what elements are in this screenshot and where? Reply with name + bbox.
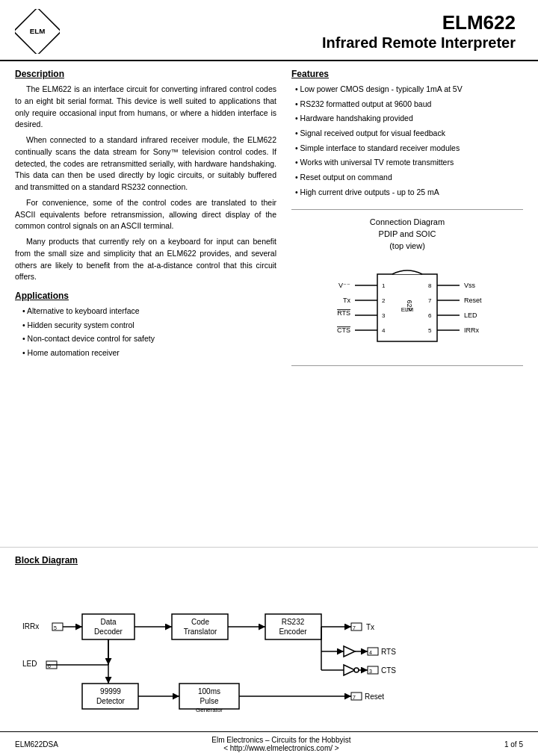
right-column: Features Low power CMOS design - typical… [291, 69, 523, 539]
svg-text:3: 3 [369, 669, 372, 674]
block-diagram-svg: IRRx 5 Data Decoder Code Translator RS23… [15, 573, 523, 722]
svg-text:4: 4 [382, 327, 386, 334]
connection-diagram: Connection Diagram PDIP and SOIC (top vi… [291, 209, 523, 366]
svg-text:3: 3 [382, 312, 386, 319]
svg-text:Tx: Tx [366, 623, 374, 631]
svg-text:Translator: Translator [184, 628, 217, 636]
footer-right: 1 of 5 [504, 740, 523, 749]
svg-text:Reset: Reset [464, 297, 482, 304]
svg-text:IRRx: IRRx [464, 326, 479, 334]
chip-subtitle: Infrared Remote Interpreter [322, 34, 516, 52]
header: ELM ELM622 Infrared Remote Interpreter [0, 0, 538, 61]
desc-p3: For convenience, some of the control cod… [15, 197, 276, 232]
svg-text:Code: Code [191, 618, 209, 626]
svg-text:Vss: Vss [464, 282, 476, 289]
svg-text:5: 5 [428, 327, 432, 334]
svg-marker-50 [344, 646, 355, 657]
conn-subtitle: PDIP and SOIC [295, 229, 519, 238]
desc-p4: Many products that currently rely on a k… [15, 236, 276, 283]
list-item: Simple interface to standard receiver mo… [295, 143, 523, 154]
ic-svg: 1 2 3 4 8 7 6 5 622 ELM V⁻⁻ Tx RTS [318, 259, 497, 356]
applications-section: Applications Alternative to keyboard int… [15, 291, 276, 359]
svg-text:Decoder: Decoder [94, 628, 123, 636]
model-number: ELM622 [322, 11, 516, 34]
svg-text:7: 7 [353, 625, 356, 630]
svg-text:ELM: ELM [30, 27, 46, 35]
list-item: RS232 formatted output at 9600 baud [295, 99, 523, 110]
list-item: Reset output on command [295, 172, 523, 183]
desc-p1: The ELM622 is an interface circuit for c… [15, 84, 276, 131]
svg-text:100ms: 100ms [198, 687, 220, 695]
svg-text:Detector: Detector [96, 697, 125, 705]
svg-text:Reset: Reset [365, 693, 384, 701]
svg-point-58 [354, 668, 359, 672]
list-item: Low power CMOS design - typically 1mA at… [295, 84, 523, 95]
desc-p2: When connected to a standard infrared re… [15, 134, 276, 193]
list-item: Home automation receiver [22, 347, 276, 359]
svg-text:CTS: CTS [337, 326, 350, 334]
applications-heading: Applications [15, 291, 276, 301]
features-heading: Features [291, 69, 523, 79]
list-item: Hardware handshaking provided [295, 113, 523, 124]
svg-text:Generator: Generator [196, 707, 223, 713]
footer-center: Elm Electronics – Circuits for the Hobby… [58, 736, 504, 752]
svg-text:RTS: RTS [381, 648, 396, 656]
svg-text:4: 4 [369, 650, 372, 655]
list-item: Non-contact device control for safety [22, 333, 276, 344]
svg-text:99999: 99999 [100, 687, 121, 695]
svg-text:1: 1 [382, 282, 386, 289]
svg-text:RS232: RS232 [282, 618, 305, 626]
svg-text:5: 5 [54, 625, 57, 630]
applications-list: Alternative to keyboard interface Hidden… [15, 306, 276, 359]
elm-logo: ELM [15, 9, 60, 54]
footer: ELM622DSA Elm Electronics – Circuits for… [0, 731, 538, 756]
footer-left: ELM622DSA [15, 740, 58, 749]
svg-text:7: 7 [428, 297, 432, 304]
list-item: Alternative to keyboard interface [22, 306, 276, 317]
svg-text:Encoder: Encoder [279, 628, 307, 636]
left-column: Description The ELM622 is an interface c… [15, 69, 284, 539]
description-heading: Description [15, 69, 276, 79]
svg-text:7: 7 [353, 695, 356, 700]
svg-text:IRRx: IRRx [22, 622, 39, 630]
svg-text:6: 6 [428, 312, 432, 319]
features-list: Low power CMOS design - typically 1mA at… [291, 84, 523, 198]
header-title: ELM622 Infrared Remote Interpreter [322, 11, 516, 52]
footer-center-line1: Elm Electronics – Circuits for the Hobby… [58, 736, 504, 744]
svg-text:Pulse: Pulse [200, 697, 218, 705]
svg-text:2: 2 [382, 297, 386, 304]
description-body: The ELM622 is an interface circuit for c… [15, 84, 276, 283]
svg-marker-57 [344, 665, 355, 675]
svg-text:V⁻⁻: V⁻⁻ [338, 282, 350, 289]
conn-title: Connection Diagram [295, 217, 519, 226]
svg-text:LED: LED [22, 660, 37, 668]
page: ELM ELM622 Infrared Remote Interpreter D… [0, 0, 538, 756]
main-content: Description The ELM622 is an interface c… [0, 61, 538, 547]
block-diagram-heading: Block Diagram [15, 555, 523, 566]
footer-center-line2: < http://www.elmelectronics.com/ > [58, 744, 504, 752]
list-item: Signal received output for visual feedba… [295, 128, 523, 139]
svg-text:LED: LED [464, 312, 477, 319]
svg-text:Data: Data [100, 618, 117, 626]
svg-text:RTS: RTS [337, 309, 350, 317]
list-item: High current drive outputs - up to 25 mA [295, 187, 523, 198]
svg-text:CTS: CTS [381, 666, 396, 675]
list-item: Works with universal TV remote transmitt… [295, 157, 523, 168]
svg-text:ELM: ELM [401, 306, 414, 313]
svg-text:Tx: Tx [343, 297, 350, 304]
block-diagram-section: Block Diagram IRRx 5 Data Decoder Code T… [0, 547, 538, 731]
list-item: Hidden security system control [22, 320, 276, 331]
conn-subtitle2: (top view) [295, 241, 519, 250]
svg-text:8: 8 [428, 282, 432, 289]
svg-text:6: 6 [48, 663, 51, 669]
